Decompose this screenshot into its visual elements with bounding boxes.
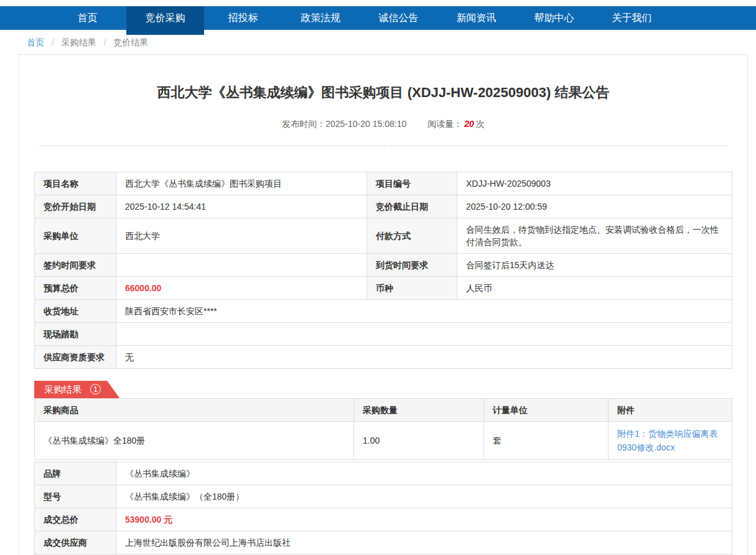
breadcrumb-current-page: 竞价结果 <box>113 37 148 47</box>
announcement-card: 西北大学《丛书集成续编》图书采购项目 (XDJJ-HW-202509003) 结… <box>19 54 748 555</box>
breadcrumb-home-link[interactable]: 首页 <box>27 37 44 47</box>
bidding-start-label: 竞价开始日期 <box>35 195 116 218</box>
page-title: 西北大学《丛书集成续编》图书采购项目 (XDJJ-HW-202509003) 结… <box>34 83 732 102</box>
announcement-meta: 发布时间：2025-10-20 15:08:10 阅读量：20次 <box>34 119 732 130</box>
read-count: 阅读量：20次 <box>427 119 485 129</box>
supplier-qualification-label: 供应商资质要求 <box>35 346 116 369</box>
goods-attachment-cell: 附件1：货物类响应偏离表0930修改.docx <box>609 422 732 460</box>
read-count-label: 阅读量： <box>427 119 462 129</box>
purchase-result-badge: 采购结果 1 <box>34 381 119 398</box>
bidding-end-value: 2025-10-20 12:00:59 <box>457 195 732 218</box>
currency-value: 人民币 <box>457 277 732 300</box>
deal-total-price-value: 53900.00 元 <box>116 508 732 531</box>
table-row: 品牌 《丛书集成续编》 <box>35 462 732 485</box>
table-row: 竞价开始日期 2025-10-12 14:54:41 竞价截止日期 2025-1… <box>35 195 732 218</box>
currency-label: 币种 <box>367 277 457 300</box>
delivery-time-value: 合同签订后15天内送达 <box>457 254 732 277</box>
goods-quantity-value: 1.00 <box>354 422 484 460</box>
table-row: 现场踏勘 <box>35 323 732 346</box>
breadcrumb: 首页 / 采购结果 / 竞价结果 <box>0 30 756 54</box>
table-row: 采购单位 西北大学 付款方式 合同生效后，待货物到达指定地点、安装调试验收合格后… <box>35 218 732 254</box>
nav-item-news[interactable]: 新闻资讯 <box>437 6 515 30</box>
breadcrumb-purchase-results-link[interactable]: 采购结果 <box>62 37 96 47</box>
budget-total-label: 预算总价 <box>35 277 116 300</box>
breadcrumb-separator: / <box>52 37 54 47</box>
table-row: 签约时间要求 到货时间要求 合同签订后15天内送达 <box>35 254 732 277</box>
project-name-label: 项目名称 <box>35 172 116 195</box>
breadcrumb-separator: / <box>104 37 106 47</box>
payment-method-label: 付款方式 <box>367 218 457 254</box>
delivery-time-label: 到货时间要求 <box>367 254 457 277</box>
goods-header-row: 采购商品 采购数量 计量单位 附件 <box>35 399 732 422</box>
payment-method-value: 合同生效后，待货物到达指定地点、安装调试验收合格后，一次性付清合同货款。 <box>457 218 732 254</box>
goods-header-unit: 计量单位 <box>484 399 609 422</box>
project-number-label: 项目编号 <box>367 172 457 195</box>
site-survey-value <box>116 323 732 346</box>
read-count-unit: 次 <box>476 119 485 129</box>
goods-header-attachment: 附件 <box>609 399 732 422</box>
nav-item-about-us[interactable]: 关于我们 <box>593 6 671 30</box>
signing-time-label: 签约时间要求 <box>35 254 116 277</box>
nav-item-bidding-purchase[interactable]: 竞价采购 <box>126 6 204 35</box>
bidding-start-value: 2025-10-12 14:54:41 <box>116 195 367 218</box>
budget-total-value: 66000.00 <box>116 277 367 300</box>
deal-total-price-label: 成交总价 <box>35 508 116 531</box>
goods-product-value: 《丛书集成续编》全180册 <box>35 422 354 460</box>
goods-unit-value: 套 <box>484 422 609 460</box>
purchaser-label: 采购单位 <box>35 218 116 254</box>
purchaser-value: 西北大学 <box>116 218 367 254</box>
signing-time-value <box>116 254 367 277</box>
model-value: 《丛书集成续编》（全180册） <box>116 485 732 508</box>
badge-count: 1 <box>90 384 101 394</box>
purchase-result-badge-label: 采购结果 <box>44 384 82 394</box>
table-row: 成交总价 53900.00 元 <box>35 508 732 531</box>
goods-header-quantity: 采购数量 <box>354 399 484 422</box>
goods-table: 采购商品 采购数量 计量单位 附件 《丛书集成续编》全180册 1.00 套 附… <box>34 398 732 460</box>
brand-value: 《丛书集成续编》 <box>116 462 732 485</box>
read-count-value: 20 <box>464 119 474 129</box>
table-row: 收货地址 陕西省西安市长安区**** <box>35 300 732 323</box>
nav-item-help-center[interactable]: 帮助中心 <box>515 6 593 30</box>
table-row: 成交供应商 上海世纪出版股份有限公司上海书店出版社 <box>35 531 732 554</box>
publish-time: 发布时间：2025-10-20 15:08:10 <box>282 119 406 129</box>
site-survey-label: 现场踏勘 <box>35 323 116 346</box>
bidding-end-label: 竞价截止日期 <box>367 195 457 218</box>
table-row: 供应商资质要求 无 <box>35 346 732 369</box>
winning-supplier-label: 成交供应商 <box>35 531 116 554</box>
project-info-table: 项目名称 西北大学《丛书集成续编》图书采购项目 项目编号 XDJJ-HW-202… <box>34 172 732 369</box>
result-detail-table: 品牌 《丛书集成续编》 型号 《丛书集成续编》（全180册） 成交总价 5390… <box>34 462 732 555</box>
goods-header-product: 采购商品 <box>35 399 354 422</box>
table-row: 项目名称 西北大学《丛书集成续编》图书采购项目 项目编号 XDJJ-HW-202… <box>35 172 732 195</box>
delivery-address-value: 陕西省西安市长安区**** <box>116 300 732 323</box>
delivery-address-label: 收货地址 <box>35 300 116 323</box>
publish-time-value: 2025-10-20 15:08:10 <box>325 119 406 129</box>
table-row: 型号 《丛书集成续编》（全180册） <box>35 485 732 508</box>
project-number-value: XDJJ-HW-202509003 <box>457 172 732 195</box>
publish-time-label: 发布时间： <box>282 119 325 129</box>
nav-item-policies[interactable]: 政策法规 <box>282 6 360 30</box>
nav-item-integrity-notices[interactable]: 诚信公告 <box>360 6 437 30</box>
winning-supplier-value: 上海世纪出版股份有限公司上海书店出版社 <box>116 531 732 554</box>
table-row: 预算总价 66000.00 币种 人民币 <box>35 277 732 300</box>
main-navigation: 首页 竞价采购 招投标 政策法规 诚信公告 新闻资讯 帮助中心 关于我们 <box>0 6 756 30</box>
project-name-value: 西北大学《丛书集成续编》图书采购项目 <box>116 172 367 195</box>
model-label: 型号 <box>35 485 116 508</box>
nav-item-home[interactable]: 首页 <box>49 6 126 30</box>
dashed-divider <box>39 146 727 146</box>
top-white-strip <box>0 0 756 6</box>
supplier-qualification-value: 无 <box>116 346 732 369</box>
goods-row: 《丛书集成续编》全180册 1.00 套 附件1：货物类响应偏离表0930修改.… <box>35 422 732 460</box>
brand-label: 品牌 <box>35 462 116 485</box>
nav-item-tenders[interactable]: 招投标 <box>204 6 282 30</box>
attachment-link[interactable]: 附件1：货物类响应偏离表0930修改.docx <box>617 427 723 454</box>
